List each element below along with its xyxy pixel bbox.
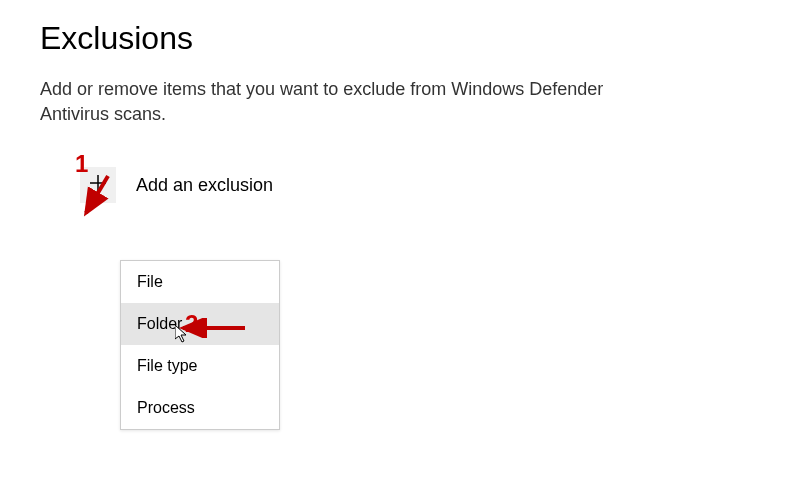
page-title: Exclusions	[40, 20, 760, 57]
exclusion-type-menu: File Folder File type Process	[120, 260, 280, 430]
menu-item-process[interactable]: Process	[121, 387, 279, 429]
plus-icon	[88, 173, 108, 197]
menu-item-folder[interactable]: Folder	[121, 303, 279, 345]
add-exclusion-row: Add an exclusion	[40, 167, 760, 203]
add-exclusion-button[interactable]	[80, 167, 116, 203]
add-exclusion-label: Add an exclusion	[136, 175, 273, 196]
menu-item-file-type[interactable]: File type	[121, 345, 279, 387]
page-description: Add or remove items that you want to exc…	[40, 77, 640, 127]
menu-item-file[interactable]: File	[121, 261, 279, 303]
